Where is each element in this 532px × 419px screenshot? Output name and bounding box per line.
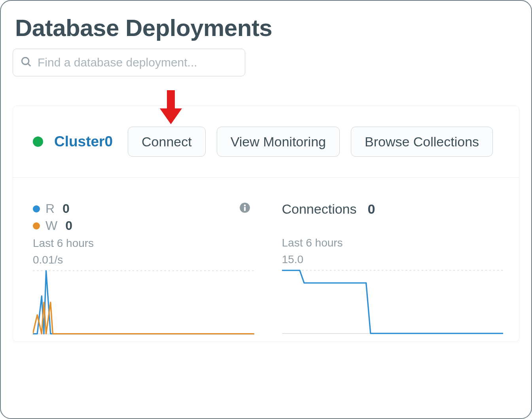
- legend-w-value: 0: [65, 218, 72, 233]
- connections-period: Last 6 hours: [282, 237, 504, 249]
- connections-chart: [282, 268, 504, 336]
- svg-point-0: [22, 57, 29, 64]
- search-icon: [20, 56, 32, 69]
- connections-value: 0: [368, 201, 375, 217]
- svg-line-1: [28, 63, 30, 66]
- legend-r-label: R: [45, 201, 55, 216]
- connections-ymax: 15.0: [282, 253, 504, 266]
- connections-title: Connections: [282, 201, 357, 217]
- svg-point-4: [244, 205, 246, 207]
- cluster-name-link[interactable]: Cluster0: [54, 133, 113, 150]
- rw-chart: [33, 269, 254, 336]
- dot-icon: [33, 222, 40, 229]
- search-field[interactable]: [13, 49, 245, 76]
- view-monitoring-button[interactable]: View Monitoring: [217, 127, 340, 157]
- info-icon[interactable]: [239, 202, 250, 215]
- connect-button[interactable]: Connect: [128, 127, 206, 157]
- dot-icon: [33, 205, 40, 212]
- cluster-header: Cluster0 Connect View Monitoring Browse …: [13, 106, 519, 178]
- connections-heading: Connections 0: [282, 201, 504, 217]
- search-input[interactable]: [38, 56, 238, 69]
- legend-w: W 0: [33, 218, 254, 233]
- metrics-row: R 0 W 0 Last 6 hours 0.01/s: [13, 178, 519, 337]
- legend-r-value: 0: [62, 201, 70, 216]
- legend-r: R 0: [33, 201, 254, 216]
- legend-w-label: W: [45, 218, 57, 233]
- rw-ymax: 0.01/s: [33, 254, 254, 266]
- connections-panel: Connections 0 Last 6 hours 15.0: [282, 201, 504, 337]
- page-title: Database Deployments: [15, 14, 519, 42]
- rw-panel: R 0 W 0 Last 6 hours 0.01/s: [33, 201, 254, 337]
- svg-rect-5: [244, 207, 245, 211]
- cluster-card: Cluster0 Connect View Monitoring Browse …: [13, 106, 519, 342]
- page-frame: Database Deployments Cluster0 Connect Vi…: [0, 0, 532, 419]
- status-indicator-icon: [33, 137, 43, 147]
- rw-period: Last 6 hours: [33, 237, 254, 250]
- browse-collections-button[interactable]: Browse Collections: [351, 127, 493, 157]
